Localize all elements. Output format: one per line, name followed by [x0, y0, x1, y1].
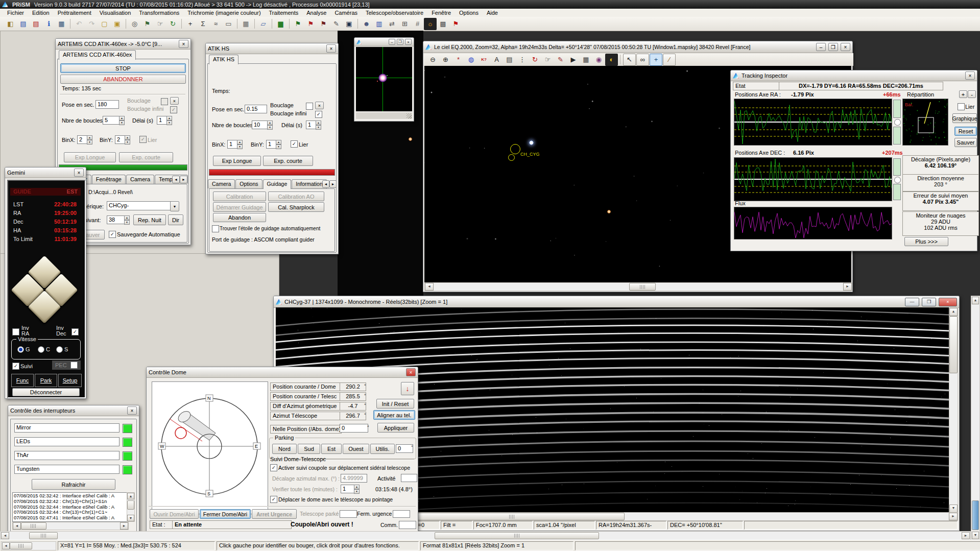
- init-reset-button[interactable]: Init / Reset: [376, 399, 414, 409]
- focus-lock-icon[interactable]: ▩: [437, 18, 449, 30]
- star-field-icon[interactable]: *: [452, 54, 465, 66]
- atik-exp-longue-button[interactable]: Exp Longue: [213, 156, 261, 166]
- labels-icon[interactable]: A: [490, 54, 503, 66]
- animate-icon[interactable]: ▶: [567, 54, 580, 66]
- atik-nbre-spinner[interactable]: ▲▼: [267, 121, 273, 129]
- bouclage-infini-checkbox[interactable]: [170, 106, 177, 113]
- atik-pose-input[interactable]: 0.15: [245, 105, 267, 113]
- park-button[interactable]: Park: [35, 374, 57, 387]
- ra-slider-lower[interactable]: [893, 127, 901, 145]
- thumbnail-maximize-icon[interactable]: ❒: [397, 39, 403, 45]
- dec-slider-upper[interactable]: [893, 158, 901, 176]
- menu-aide[interactable]: Aide: [483, 9, 502, 16]
- link-ao-icon[interactable]: ⇄: [386, 18, 398, 30]
- print-icon[interactable]: ▤: [503, 54, 516, 66]
- verifier-spinner[interactable]: ▲▼: [354, 485, 360, 493]
- atik-tab-camera[interactable]: Camera: [208, 179, 235, 188]
- image-close-icon[interactable]: ×: [939, 298, 957, 306]
- menu-transformations[interactable]: Transformations: [135, 9, 183, 16]
- histogram-icon[interactable]: ▆: [274, 18, 287, 30]
- atik-exp-courte-button[interactable]: Exp. courte: [263, 156, 313, 166]
- rep-nuit-button[interactable]: Rep. Nuit: [133, 214, 166, 225]
- nelle-position-input[interactable]: 0: [340, 424, 368, 433]
- tracking-close-icon[interactable]: ×: [965, 71, 975, 80]
- sum-icon[interactable]: Σ: [197, 18, 209, 30]
- vitesse-g-radio[interactable]: [17, 346, 24, 353]
- dome-titlebar[interactable]: Contrôle Dome ×: [147, 367, 418, 378]
- pen-icon[interactable]: ✎: [330, 18, 343, 30]
- ra-slider-upper[interactable]: [893, 100, 901, 118]
- marker-flag-icon[interactable]: ⚑: [141, 18, 154, 30]
- app-titlebar[interactable]: PRiSM Version 9.0.3 build 2717 27/07/201…: [0, 0, 980, 9]
- delai-spinner[interactable]: ▲▼: [166, 116, 172, 124]
- undo-icon[interactable]: ↶: [73, 18, 85, 30]
- menu-analyse[interactable]: Analyse: [302, 9, 330, 16]
- menu-fenetre[interactable]: Fenêtre: [427, 9, 455, 16]
- thumbnail-close-icon[interactable]: ×: [405, 39, 412, 45]
- aligner-tel-button[interactable]: Aligner au tel.: [373, 410, 415, 420]
- cal-sharplock-button[interactable]: Cal. Sharplock: [268, 202, 324, 212]
- switches-titlebar[interactable]: Contrôle des interrupteurs ×: [8, 405, 139, 416]
- atik-nbre-input[interactable]: 10: [252, 121, 269, 129]
- artemis-tabscroll-left-icon[interactable]: ◄: [172, 176, 180, 183]
- tracking-sauver-button[interactable]: Sauver: [954, 138, 977, 147]
- sky-hscrollbar[interactable]: ◄ ►: [424, 282, 852, 291]
- thumbnail-titlebar[interactable]: – ❒ ×: [354, 38, 414, 46]
- atik-tab-options[interactable]: Options: [235, 179, 262, 188]
- suivant-spinner[interactable]: ▲▼: [124, 215, 130, 224]
- pec-checkbox[interactable]: [70, 362, 78, 369]
- scale-minus-button[interactable]: -: [968, 90, 976, 98]
- deplacer-dome-checkbox[interactable]: [270, 496, 277, 503]
- park-est-button[interactable]: Est: [321, 444, 342, 454]
- status-mini-scrollbar[interactable]: ◄: [1, 541, 56, 550]
- night-mode-icon[interactable]: ◐: [605, 54, 618, 66]
- atik-bouclage-infini-checkbox[interactable]: [315, 111, 322, 118]
- photometry-icon[interactable]: ◎: [128, 18, 141, 30]
- arret-urgence-button[interactable]: Arret Urgence: [252, 509, 297, 519]
- switch-mirror-field[interactable]: Mirror: [14, 423, 119, 433]
- flag-red-icon[interactable]: ⚑: [304, 18, 317, 30]
- sky-maximize-icon[interactable]: ❒: [828, 43, 838, 51]
- rafraichir-button[interactable]: Rafraichir: [32, 479, 115, 490]
- thumbnail-minimize-icon[interactable]: –: [389, 39, 395, 45]
- switch-tungsten-field[interactable]: Tungsten: [14, 465, 119, 474]
- gemini-titlebar[interactable]: Gemini ×: [5, 167, 86, 178]
- ouvrir-dome-button[interactable]: Ouvrir Dome/Abri: [150, 509, 199, 519]
- park-angle-input[interactable]: 0: [396, 444, 413, 453]
- resize-grip-icon[interactable]: [407, 113, 412, 118]
- scale-plus-button[interactable]: +: [959, 90, 967, 98]
- tracking-titlebar[interactable]: Tracking Inspector ×: [731, 70, 977, 81]
- image-minimize-icon[interactable]: —: [905, 298, 919, 306]
- trouver-etoile-checkbox[interactable]: [212, 225, 219, 232]
- search-binoculars-icon[interactable]: ∞: [636, 54, 649, 66]
- exp-courte-button[interactable]: Exp. courte: [119, 152, 173, 162]
- script-page-icon[interactable]: ▱: [257, 18, 270, 30]
- goto-dome-button[interactable]: ↓: [401, 382, 414, 395]
- atik-binx-spinner[interactable]: ▲▼: [237, 140, 243, 148]
- pose-input[interactable]: 180: [95, 100, 119, 109]
- dec-slider-radio[interactable]: [894, 177, 901, 183]
- suivant-input[interactable]: 38: [107, 215, 126, 224]
- gemini-close-icon[interactable]: ×: [74, 169, 84, 177]
- refresh-icon[interactable]: ↻: [166, 18, 179, 30]
- artemis-titlebar[interactable]: ARTEMIS CCD ATIK-460ex -> -5.0°C [9... ×: [56, 39, 190, 50]
- dir-button[interactable]: Dir: [168, 214, 183, 225]
- atik-tab-information[interactable]: Information: [292, 179, 327, 188]
- artemis-close-icon[interactable]: ×: [179, 40, 188, 48]
- nbre-input[interactable]: 5: [103, 116, 121, 125]
- stop-button[interactable]: STOP: [60, 63, 186, 73]
- atik-close-icon[interactable]: ×: [326, 44, 336, 53]
- log-vscrollbar[interactable]: ▲ ▼: [127, 492, 135, 522]
- camera-acquisition-icon[interactable]: ◧: [4, 18, 17, 30]
- guide-star-view[interactable]: [356, 47, 412, 111]
- decalage-azimutal-input[interactable]: 4.99999: [341, 474, 367, 483]
- exp-longue-button[interactable]: Exp Longue: [64, 152, 116, 162]
- redo-icon[interactable]: ↷: [85, 18, 98, 30]
- appliquer-button[interactable]: Appliquer: [377, 423, 414, 433]
- flag-green-icon[interactable]: ⚑: [292, 18, 304, 30]
- image-titlebar[interactable]: CHCyg-37 | 1374x1099 - Monochrome - Réel…: [274, 296, 959, 308]
- profile-curve-icon[interactable]: ≈: [209, 18, 222, 30]
- duplicate-page-icon[interactable]: ▣: [111, 18, 124, 30]
- menu-edition[interactable]: Edition: [28, 9, 54, 16]
- hand-pick-icon[interactable]: ☞: [154, 18, 166, 30]
